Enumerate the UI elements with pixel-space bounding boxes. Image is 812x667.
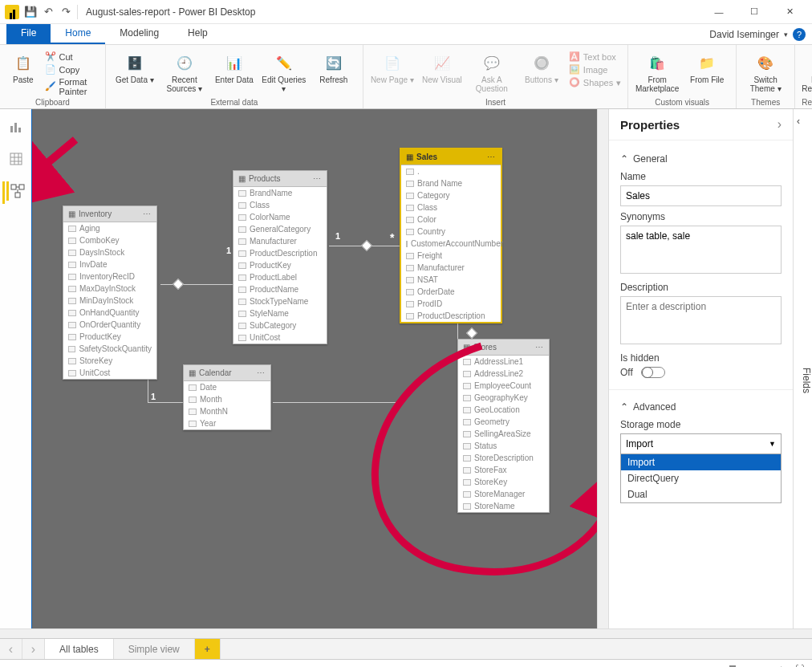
table-field[interactable]: Freight [401, 250, 501, 262]
report-view-button[interactable] [6, 117, 26, 136]
get-data-button[interactable]: 🗄️Get Data ▾ [112, 48, 157, 84]
table-field[interactable]: ProductDescription [401, 310, 501, 322]
table-field[interactable]: CustomerAccountNumber [401, 238, 501, 250]
table-menu-icon[interactable]: ⋯ [535, 343, 544, 352]
image-button[interactable]: 🖼️Image [569, 64, 621, 75]
tab-all-tables[interactable]: All tables [45, 639, 114, 659]
table-field[interactable]: DaysInStock [63, 246, 156, 258]
manage-relationships-button[interactable]: 🔗Manage Relationships [803, 48, 812, 93]
table-field[interactable]: Geometry [458, 416, 549, 428]
format-painter-button[interactable]: 🖌️Format Painter [45, 77, 99, 96]
table-field[interactable]: MonthN [184, 405, 270, 417]
ask-question-button[interactable]: 💬Ask A Question [469, 48, 514, 93]
hidden-toggle[interactable]: Off [620, 367, 782, 378]
table-field[interactable]: StoreManager [458, 488, 549, 500]
user-menu[interactable]: David Iseminger ▾ ? [703, 24, 812, 44]
buttons-button[interactable]: 🔘Buttons ▾ [519, 48, 564, 84]
table-field[interactable]: AddressLine1 [458, 356, 549, 368]
table-sales[interactable]: ▦Sales⋯ .Brand NameCategoryClassColorCou… [400, 148, 502, 323]
table-field[interactable]: OnOrderQuantity [63, 319, 156, 331]
table-field[interactable]: Color [401, 214, 501, 226]
table-field[interactable]: Category [401, 189, 501, 201]
close-button[interactable]: ✕ [772, 1, 807, 23]
home-tab[interactable]: Home [51, 24, 105, 44]
relationship-arrow[interactable] [173, 279, 184, 290]
horizontal-scrollbar[interactable] [0, 628, 812, 638]
table-field[interactable]: BrandName [233, 187, 327, 199]
model-canvas[interactable]: 1 * 1 * 1 * ▦Inventory⋯ AgingComboKeyDay… [32, 109, 597, 628]
table-field[interactable]: StoreKey [458, 476, 549, 488]
table-field[interactable]: Manufacturer [401, 262, 501, 274]
modeling-tab[interactable]: Modeling [105, 24, 173, 44]
table-field[interactable]: MaxDayInStock [63, 283, 156, 295]
table-field[interactable]: ProductLabel [233, 271, 327, 283]
vertical-scrollbar[interactable] [597, 109, 608, 628]
relationship-arrow[interactable] [361, 240, 372, 251]
table-inventory[interactable]: ▦Inventory⋯ AgingComboKeyDaysInStockInvD… [63, 205, 157, 380]
file-tab[interactable]: File [6, 24, 51, 44]
copy-button[interactable]: 📄Copy [45, 64, 99, 75]
table-field[interactable]: ProductName [233, 283, 327, 295]
table-field[interactable]: Country [401, 226, 501, 238]
description-input[interactable] [620, 296, 782, 344]
from-file-button[interactable]: 📁From File [684, 48, 729, 84]
textbox-button[interactable]: 🅰️Text box [569, 51, 621, 63]
table-field[interactable]: SafetyStockQuantity [63, 343, 156, 355]
table-field[interactable]: Aging [63, 222, 156, 234]
shapes-button[interactable]: ⭕Shapes ▾ [569, 77, 621, 88]
table-field[interactable]: StoreName [458, 500, 549, 512]
storage-option-import[interactable]: Import [621, 454, 781, 470]
new-page-button[interactable]: 📄New Page ▾ [370, 48, 415, 84]
data-view-button[interactable] [6, 149, 26, 169]
table-field[interactable]: GeographyKey [458, 392, 549, 404]
table-field[interactable]: StoreDescription [458, 452, 549, 464]
table-field[interactable]: . [401, 165, 501, 177]
tab-add-button[interactable]: + [195, 639, 221, 659]
switch-theme-button[interactable]: 🎨Switch Theme ▾ [743, 48, 788, 93]
table-field[interactable]: ProductKey [63, 331, 156, 343]
storage-option-directquery[interactable]: DirectQuery [621, 470, 781, 486]
model-view-button[interactable] [6, 181, 26, 201]
table-field[interactable]: Class [233, 199, 327, 211]
table-field[interactable]: StoreKey [63, 355, 156, 367]
enter-data-button[interactable]: 📊Enter Data [212, 48, 257, 84]
name-input[interactable] [620, 185, 782, 206]
table-field[interactable]: ProductDescription [233, 247, 327, 259]
table-field[interactable]: ProdID [401, 298, 501, 310]
table-field[interactable]: UnitCost [63, 367, 156, 379]
storage-mode-dropdown[interactable]: Import▼ Import DirectQuery Dual [620, 433, 782, 454]
table-calendar[interactable]: ▦Calendar⋯ DateMonthMonthNYear [183, 364, 271, 430]
undo-icon[interactable]: ↶ [42, 6, 55, 18]
table-field[interactable]: Class [401, 201, 501, 214]
table-field[interactable]: InventoryRecID [63, 270, 156, 283]
maximize-button[interactable]: ☐ [737, 1, 772, 23]
minimize-button[interactable]: — [701, 1, 737, 23]
table-field[interactable]: SubCategory [233, 319, 327, 331]
tab-simple-view[interactable]: Simple view [114, 639, 195, 659]
table-field[interactable]: EmployeeCount [458, 380, 549, 392]
fields-pane-collapsed[interactable]: ‹ Fields [793, 109, 812, 628]
paste-button[interactable]: 📋Paste [6, 48, 40, 84]
new-visual-button[interactable]: 📈New Visual [420, 48, 465, 84]
recent-sources-button[interactable]: 🕘Recent Sources ▾ [162, 48, 207, 93]
table-field[interactable]: NSAT [401, 274, 501, 286]
chevron-right-icon[interactable]: › [777, 117, 782, 132]
table-field[interactable]: ColorName [233, 211, 327, 223]
tab-next-button[interactable]: › [22, 639, 45, 659]
table-field[interactable]: StockTypeName [233, 295, 327, 307]
table-field[interactable]: GeoLocation [458, 404, 549, 416]
table-field[interactable]: Date [184, 381, 270, 393]
zoom-out-icon[interactable]: − [680, 664, 685, 668]
table-stores[interactable]: ▦Stores⋯ AddressLine1AddressLine2Employe… [457, 339, 550, 513]
table-products[interactable]: ▦Products⋯ BrandNameClassColorNameGenera… [233, 170, 327, 344]
table-field[interactable]: ComboKey [63, 234, 156, 246]
table-field[interactable]: AddressLine2 [458, 368, 549, 380]
fit-to-page-icon[interactable]: ⛶ [795, 664, 804, 668]
table-field[interactable]: GeneralCategory [233, 223, 327, 235]
table-field[interactable]: Month [184, 393, 270, 405]
tab-prev-button[interactable]: ‹ [0, 639, 22, 659]
save-icon[interactable]: 💾 [24, 6, 37, 18]
help-tab[interactable]: Help [173, 24, 222, 44]
table-field[interactable]: InvDate [63, 258, 156, 270]
edit-queries-button[interactable]: ✏️Edit Queries ▾ [262, 48, 307, 93]
